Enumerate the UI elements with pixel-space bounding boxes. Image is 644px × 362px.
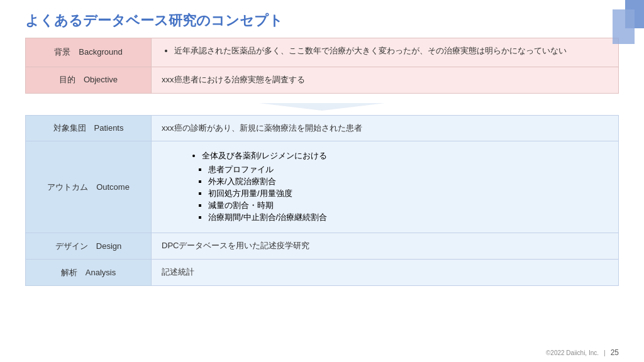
table-row: 解析 Analysis 記述統計 [26, 260, 619, 286]
content-area: 背景 Background 近年承認された医薬品が多く、ここ数年で治療が大きく変… [0, 38, 644, 286]
table-row: デザイン Design DPCデータベースを用いた記述疫学研究 [26, 233, 619, 260]
footer-company: ©2022 Daiichi, Inc. [546, 349, 599, 356]
table-row-outcome: アウトカム Outcome 全体及び各薬剤/レジメンにおける 患者プロファイル … [26, 141, 619, 233]
list-item: 外来/入院治療割合 [208, 176, 608, 187]
label-patients: 対象集団 Patients [26, 115, 152, 141]
table-row: 背景 Background 近年承認された医薬品が多く、ここ数年で治療が大きく変… [26, 38, 619, 67]
logo-shape [594, 0, 644, 44]
list-item: 初回処方用量/用量強度 [208, 188, 608, 199]
footer-divider: | [604, 349, 606, 356]
list-item: 治療期間/中止割合/治療継続割合 [208, 212, 608, 223]
svg-marker-2 [259, 103, 385, 111]
label-analysis: 解析 Analysis [26, 260, 152, 286]
footer: ©2022 Daiichi, Inc. | 25 [546, 348, 619, 357]
content-design: DPCデータベースを用いた記述疫学研究 [152, 233, 619, 260]
bottom-table: 対象集団 Patients xxx癌の診断があり、新規に薬物療法を開始された患者… [25, 115, 619, 286]
page-container: よくあるデータベース研究のコンセプト 背景 Background 近年承認された… [0, 0, 644, 362]
outcome-subbullets: 患者プロファイル 外来/入院治療割合 初回処方用量/用量強度 減量の割合・時期 … [208, 164, 608, 223]
label-outcome: アウトカム Outcome [26, 141, 152, 233]
content-analysis: 記述統計 [152, 260, 619, 286]
label-objective: 目的 Objective [26, 67, 152, 93]
svg-marker-1 [613, 9, 635, 44]
content-objective: xxx癌患者における治療実態を調査する [152, 67, 619, 93]
list-item: 減量の割合・時期 [208, 200, 608, 211]
table-row: 目的 Objective xxx癌患者における治療実態を調査する [26, 67, 619, 93]
top-table: 背景 Background 近年承認された医薬品が多く、ここ数年で治療が大きく変… [25, 38, 619, 94]
page-title: よくあるデータベース研究のコンセプト [0, 0, 644, 38]
table-row: 対象集団 Patients xxx癌の診断があり、新規に薬物療法を開始された患者 [26, 115, 619, 141]
label-background: 背景 Background [26, 38, 152, 67]
label-design: デザイン Design [26, 233, 152, 260]
content-background: 近年承認された医薬品が多く、ここ数年で治療が大きく変わったが、その治療実態は明ら… [152, 38, 619, 67]
divider-arrow [25, 102, 619, 111]
page-number: 25 [611, 348, 619, 357]
list-item: 患者プロファイル [208, 164, 608, 175]
content-outcome: 全体及び各薬剤/レジメンにおける 患者プロファイル 外来/入院治療割合 初回処方… [152, 141, 619, 233]
content-patients: xxx癌の診断があり、新規に薬物療法を開始された患者 [152, 115, 619, 141]
